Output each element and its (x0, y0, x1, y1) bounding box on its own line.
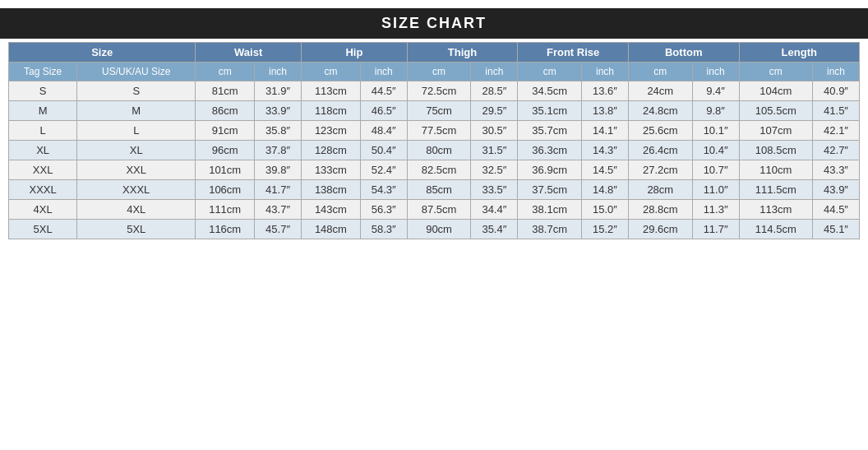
table-cell: 35.7cm (518, 121, 582, 141)
col-size: Size (9, 43, 196, 63)
table-cell: 13.8″ (582, 101, 629, 121)
table-cell: 45.7″ (255, 220, 302, 239)
table-cell: 43.7″ (255, 200, 302, 220)
table-cell: 4XL (77, 200, 196, 220)
table-cell: 85cm (407, 180, 471, 200)
table-cell: 42.7″ (813, 141, 860, 160)
table-cell: 10.1″ (692, 121, 739, 141)
col-front-rise: Front Rise (518, 43, 629, 63)
table-cell: 26.4cm (628, 141, 692, 160)
table-cell: XXXL (77, 180, 196, 200)
table-row: 4XL4XL111cm43.7″143cm56.3″87.5cm34.4″38.… (9, 200, 860, 220)
table-cell: 36.9cm (518, 160, 582, 180)
table-cell: 91cm (196, 121, 255, 141)
table-cell: 110cm (739, 160, 812, 180)
table-cell: 90cm (407, 220, 471, 239)
title-text: SIZE CHART (381, 15, 487, 31)
table-cell: 82.5cm (407, 160, 471, 180)
sub-rise-inch: inch (582, 63, 629, 81)
sub-thigh-cm: cm (407, 63, 471, 81)
table-cell: 14.3″ (582, 141, 629, 160)
table-cell: 50.4″ (360, 141, 407, 160)
table-cell: 33.9″ (255, 101, 302, 121)
table-cell: 4XL (9, 200, 77, 220)
table-row: XXXLXXXL106cm41.7″138cm54.3″85cm33.5″37.… (9, 180, 860, 200)
table-cell: 81cm (196, 81, 255, 101)
table-cell: 87.5cm (407, 200, 471, 220)
table-cell: 35.8″ (255, 121, 302, 141)
table-cell: 143cm (302, 200, 361, 220)
col-length: Length (739, 43, 859, 63)
col-bottom: Bottom (628, 43, 739, 63)
table-cell: 11.7″ (692, 220, 739, 239)
table-cell: 105.5cm (739, 101, 812, 121)
table-cell: L (77, 121, 196, 141)
table-cell: 32.5″ (471, 160, 518, 180)
table-cell: 41.7″ (255, 180, 302, 200)
table-row: MM86cm33.9″118cm46.5″75cm29.5″35.1cm13.8… (9, 101, 860, 121)
table-cell: 15.2″ (582, 220, 629, 239)
header-top-row: Size Waist Hip Thigh Front Rise Bottom L… (9, 43, 860, 63)
table-cell: 34.5cm (518, 81, 582, 101)
table-cell: 118cm (302, 101, 361, 121)
table-cell: 46.5″ (360, 101, 407, 121)
table-cell: 114.5cm (739, 220, 812, 239)
table-cell: 113cm (302, 81, 361, 101)
table-cell: 104cm (739, 81, 812, 101)
table-cell: 35.1cm (518, 101, 582, 121)
table-cell: 10.7″ (692, 160, 739, 180)
sub-thigh-inch: inch (471, 63, 518, 81)
table-cell: 42.1″ (813, 121, 860, 141)
table-cell: 37.8″ (255, 141, 302, 160)
table-cell: 123cm (302, 121, 361, 141)
table-cell: 113cm (739, 200, 812, 220)
table-cell: 38.7cm (518, 220, 582, 239)
table-cell: 44.5″ (813, 200, 860, 220)
table-cell: 111cm (196, 200, 255, 220)
table-cell: 28cm (628, 180, 692, 200)
table-cell: 56.3″ (360, 200, 407, 220)
col-waist: Waist (196, 43, 302, 63)
table-cell: 133cm (302, 160, 361, 180)
table-cell: 116cm (196, 220, 255, 239)
table-cell: 25.6cm (628, 121, 692, 141)
table-cell: L (9, 121, 77, 141)
table-cell: XXXL (9, 180, 77, 200)
table-cell: 14.5″ (582, 160, 629, 180)
table-row: LL91cm35.8″123cm48.4″77.5cm30.5″35.7cm14… (9, 121, 860, 141)
table-cell: 34.4″ (471, 200, 518, 220)
table-cell: 24.8cm (628, 101, 692, 121)
table-cell: 45.1″ (813, 220, 860, 239)
sub-len-cm: cm (739, 63, 812, 81)
table-cell: 28.5″ (471, 81, 518, 101)
sub-rise-cm: cm (518, 63, 582, 81)
table-cell: 9.8″ (692, 101, 739, 121)
table-cell: 106cm (196, 180, 255, 200)
table-cell: 77.5cm (407, 121, 471, 141)
header-sub-row: Tag Size US/UK/AU Size cm inch cm inch c… (9, 63, 860, 81)
table-cell: 38.1cm (518, 200, 582, 220)
table-cell: 58.3″ (360, 220, 407, 239)
table-cell: M (77, 101, 196, 121)
table-cell: 138cm (302, 180, 361, 200)
table-row: 5XL5XL116cm45.7″148cm58.3″90cm35.4″38.7c… (9, 220, 860, 239)
table-cell: 40.9″ (813, 81, 860, 101)
table-cell: 75cm (407, 101, 471, 121)
table-cell: XL (77, 141, 196, 160)
table-cell: 14.8″ (582, 180, 629, 200)
table-cell: 29.5″ (471, 101, 518, 121)
table-cell: M (9, 101, 77, 121)
table-cell: 108.5cm (739, 141, 812, 160)
table-cell: S (77, 81, 196, 101)
table-cell: 80cm (407, 141, 471, 160)
col-thigh: Thigh (407, 43, 518, 63)
table-cell: 44.5″ (360, 81, 407, 101)
table-cell: 30.5″ (471, 121, 518, 141)
table-cell: 39.8″ (255, 160, 302, 180)
sub-hip-inch: inch (360, 63, 407, 81)
table-cell: 43.9″ (813, 180, 860, 200)
table-cell: 29.6cm (628, 220, 692, 239)
table-cell: XL (9, 141, 77, 160)
table-cell: 31.5″ (471, 141, 518, 160)
table-cell: 28.8cm (628, 200, 692, 220)
